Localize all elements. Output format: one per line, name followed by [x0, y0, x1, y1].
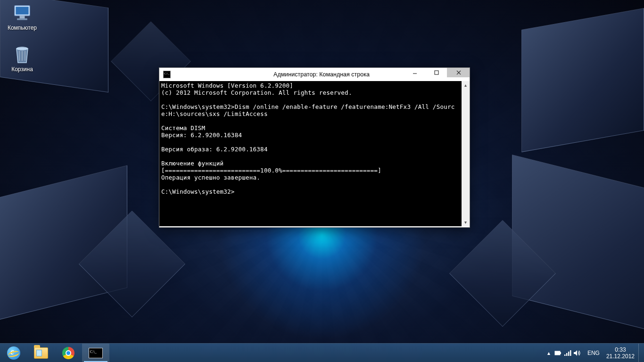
chrome-icon: [62, 347, 74, 359]
maximize-button[interactable]: [425, 68, 447, 77]
desktop-icon-label: Компьютер: [5, 25, 40, 31]
scroll-down-button[interactable]: ▾: [462, 218, 470, 226]
taskbar: ▴ ENG 0:33 21.12.2012: [0, 343, 644, 362]
language-indicator[interactable]: ENG: [585, 350, 603, 356]
close-button[interactable]: [447, 68, 470, 77]
svg-rect-13: [566, 353, 568, 356]
taskbar-app-explorer[interactable]: [27, 344, 55, 362]
scrollbar-vertical[interactable]: ▴ ▾: [462, 81, 470, 226]
svg-rect-1: [16, 7, 28, 14]
clock-date: 21.12.2012: [606, 353, 635, 360]
desktop-icon-computer[interactable]: Компьютер: [5, 3, 40, 31]
wallpaper-decor: [521, 8, 644, 152]
computer-icon: [11, 3, 33, 24]
window-client-area: Microsoft Windows [Version 6.2.9200] (c)…: [159, 81, 470, 227]
file-explorer-icon: [34, 347, 48, 359]
svg-point-4: [17, 47, 28, 50]
svg-rect-6: [435, 71, 438, 74]
clock-time: 0:33: [606, 346, 635, 353]
console-output: Microsoft Windows [Version 6.2.9200] (c)…: [159, 81, 470, 195]
desktop-icon-label: Корзина: [5, 66, 40, 73]
taskbar-app-ie[interactable]: [0, 344, 27, 362]
taskbar-app-cmd[interactable]: [82, 344, 109, 362]
minimize-button[interactable]: [404, 68, 425, 77]
wallpaper-decor: [512, 155, 644, 334]
taskbar-app-chrome[interactable]: [55, 344, 82, 362]
svg-rect-12: [564, 354, 566, 356]
desktop-icon-recycle-bin[interactable]: Корзина: [5, 44, 40, 73]
window-controls: [404, 68, 470, 77]
svg-rect-10: [560, 352, 561, 354]
svg-rect-14: [568, 352, 570, 356]
show-hidden-icons-button[interactable]: ▴: [544, 344, 553, 362]
taskbar-pinned-apps: [0, 344, 109, 362]
scroll-up-button[interactable]: ▴: [462, 81, 470, 89]
command-prompt-window[interactable]: Администратор: Командная строка Microsof…: [159, 67, 470, 228]
power-icon[interactable]: [553, 344, 563, 362]
network-icon[interactable]: [563, 344, 572, 362]
console-surface[interactable]: Microsoft Windows [Version 6.2.9200] (c)…: [159, 81, 470, 226]
svg-rect-11: [555, 351, 560, 355]
cmd-app-icon: [163, 71, 171, 78]
svg-rect-3: [17, 18, 27, 20]
taskbar-clock[interactable]: 0:33 21.12.2012: [603, 346, 638, 360]
internet-explorer-icon: [7, 346, 20, 360]
cmd-icon: [89, 348, 103, 358]
svg-rect-15: [570, 350, 571, 356]
window-titlebar[interactable]: Администратор: Командная строка: [159, 68, 470, 81]
recycle-bin-icon: [11, 44, 33, 65]
taskbar-tray: ▴ ENG 0:33 21.12.2012: [544, 344, 644, 362]
svg-rect-2: [20, 16, 25, 18]
show-desktop-button[interactable]: [638, 344, 642, 362]
volume-icon[interactable]: [572, 344, 582, 362]
